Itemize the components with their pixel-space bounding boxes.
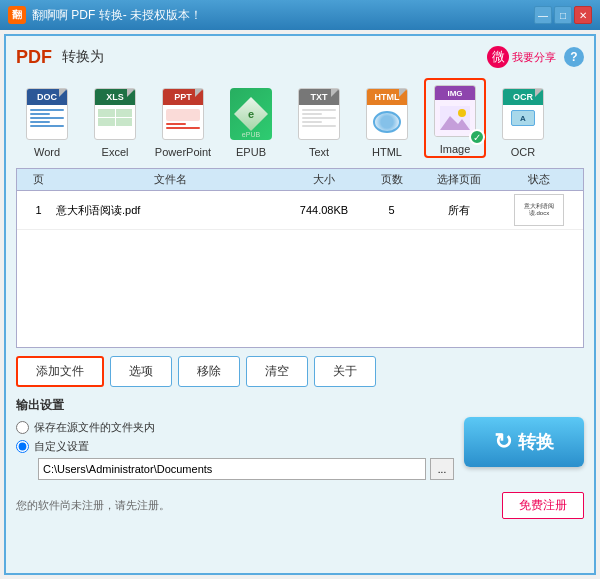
maximize-button[interactable]: □: [554, 6, 572, 24]
output-convert-row: 输出设置 保存在源文件的文件夹内 自定义设置 ... ↻ 转换: [16, 397, 584, 488]
path-input[interactable]: [38, 458, 426, 480]
epub-icon: e ePUB: [230, 88, 272, 140]
html-icon: HTML: [366, 88, 408, 140]
row-filename: 意大利语阅读.pdf: [56, 203, 284, 218]
format-icons-row: DOC Word XLS: [16, 78, 584, 158]
format-epub[interactable]: e ePUB EPUB: [220, 84, 282, 158]
browse-button[interactable]: ...: [430, 458, 454, 480]
radio-custom-input[interactable]: [16, 440, 29, 453]
file-table: 页 文件名 大小 页数 选择页面 状态 1 意大利语阅读.pdf 744.08K…: [16, 168, 584, 348]
radio-custom-label: 自定义设置: [34, 439, 89, 454]
action-buttons-row: 添加文件 选项 移除 清空 关于: [16, 356, 584, 387]
word-icon-box: DOC: [21, 84, 73, 144]
notice-text: 您的软件尚未注册，请先注册。: [16, 498, 170, 513]
options-button[interactable]: 选项: [110, 356, 172, 387]
row-status: 意大利语阅读.docx: [499, 194, 579, 226]
row-index: 1: [21, 204, 56, 216]
format-word[interactable]: DOC Word: [16, 84, 78, 158]
title-bar: 翻 翻啊啊 PDF 转换- 未授权版本！ — □ ✕: [0, 0, 600, 30]
header-section: PDF 转换为 微 我要分享 ?: [16, 46, 584, 68]
radio-source-input[interactable]: [16, 421, 29, 434]
txt-label: Text: [309, 146, 329, 158]
bottom-bar: 您的软件尚未注册，请先注册。 免费注册: [16, 492, 584, 519]
excel-icon-box: XLS: [89, 84, 141, 144]
col-pages: 页数: [364, 172, 419, 187]
window-controls: — □ ✕: [534, 6, 592, 24]
row-size: 744.08KB: [284, 204, 364, 216]
col-index: 页: [21, 172, 56, 187]
format-ocr[interactable]: OCR A OCR: [492, 84, 554, 158]
window-title: 翻啊啊 PDF 转换- 未授权版本！: [32, 7, 534, 24]
txt-icon: TXT: [298, 88, 340, 140]
status-thumbnail: 意大利语阅读.docx: [514, 194, 564, 226]
convert-to-label: 转换为: [62, 48, 104, 66]
radio-source: 保存在源文件的文件夹内: [16, 420, 454, 435]
clear-button[interactable]: 清空: [246, 356, 308, 387]
output-settings: 输出设置 保存在源文件的文件夹内 自定义设置 ...: [16, 397, 454, 480]
convert-label: 转换: [518, 430, 554, 454]
format-text[interactable]: TXT Text: [288, 84, 350, 158]
svg-point-2: [458, 109, 466, 117]
pdf-label: PDF: [16, 47, 52, 68]
radio-source-label: 保存在源文件的文件夹内: [34, 420, 155, 435]
format-excel[interactable]: XLS Excel: [84, 84, 146, 158]
help-button[interactable]: ?: [564, 47, 584, 67]
header-right: 微 我要分享 ?: [487, 46, 584, 68]
row-pages: 5: [364, 204, 419, 216]
col-size: 大小: [284, 172, 364, 187]
table-header: 页 文件名 大小 页数 选择页面 状态: [17, 169, 583, 191]
html-label: HTML: [372, 146, 402, 158]
epub-label: EPUB: [236, 146, 266, 158]
close-button[interactable]: ✕: [574, 6, 592, 24]
ppt-icon-box: PPT: [157, 84, 209, 144]
ocr-icon-box: OCR A: [497, 84, 549, 144]
convert-icon: ↻: [494, 429, 512, 455]
html-icon-box: HTML: [361, 84, 413, 144]
col-filename: 文件名: [56, 172, 284, 187]
minimize-button[interactable]: —: [534, 6, 552, 24]
excel-label: Excel: [102, 146, 129, 158]
ocr-label: OCR: [511, 146, 535, 158]
table-row[interactable]: 1 意大利语阅读.pdf 744.08KB 5 所有 意大利语阅读.docx: [17, 191, 583, 230]
row-select-pages: 所有: [419, 203, 499, 218]
main-container: PDF 转换为 微 我要分享 ? DOC: [4, 34, 596, 575]
share-icon: 微: [487, 46, 509, 68]
ppt-icon: PPT: [162, 88, 204, 140]
format-powerpoint[interactable]: PPT PowerPoint: [152, 84, 214, 158]
img-icon-box: IMG ✓: [429, 81, 481, 141]
epub-diamond: e: [234, 97, 268, 131]
format-html[interactable]: HTML HTML: [356, 84, 418, 158]
img-icon: IMG: [434, 85, 476, 137]
col-select-pages: 选择页面: [419, 172, 499, 187]
ppt-label: PowerPoint: [155, 146, 211, 158]
app-logo: 翻: [8, 6, 26, 24]
remove-button[interactable]: 移除: [178, 356, 240, 387]
excel-icon: XLS: [94, 88, 136, 140]
share-label: 我要分享: [512, 50, 556, 65]
col-status: 状态: [499, 172, 579, 187]
selected-check-badge: ✓: [469, 129, 485, 145]
img-label: Image: [440, 143, 471, 155]
share-button[interactable]: 微 我要分享: [487, 46, 556, 68]
path-row: ...: [16, 458, 454, 480]
register-button[interactable]: 免费注册: [502, 492, 584, 519]
about-button[interactable]: 关于: [314, 356, 376, 387]
add-file-button[interactable]: 添加文件: [16, 356, 104, 387]
ocr-icon: OCR A: [502, 88, 544, 140]
word-label: Word: [34, 146, 60, 158]
radio-custom: 自定义设置: [16, 439, 454, 454]
word-icon: DOC: [26, 88, 68, 140]
format-image[interactable]: IMG ✓ Image: [424, 78, 486, 158]
output-title: 输出设置: [16, 397, 454, 414]
convert-button[interactable]: ↻ 转换: [464, 417, 584, 467]
convert-button-container: ↻ 转换: [464, 397, 584, 467]
txt-icon-box: TXT: [293, 84, 345, 144]
epub-icon-box: e ePUB: [225, 84, 277, 144]
